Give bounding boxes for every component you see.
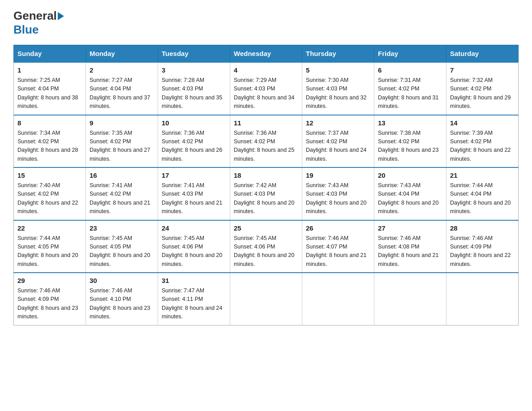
day-info: Sunrise: 7:47 AMSunset: 4:11 PMDaylight:… xyxy=(162,287,226,321)
day-number: 28 xyxy=(450,224,515,232)
day-info: Sunrise: 7:35 AMSunset: 4:02 PMDaylight:… xyxy=(90,129,154,164)
day-info: Sunrise: 7:46 AMSunset: 4:09 PMDaylight:… xyxy=(17,287,82,321)
week-row-2: 8Sunrise: 7:34 AMSunset: 4:02 PMDaylight… xyxy=(14,115,519,168)
logo-blue-text: Blue xyxy=(13,23,39,36)
day-cell: 27Sunrise: 7:46 AMSunset: 4:08 PMDayligh… xyxy=(374,220,446,273)
weekday-header-monday: Monday xyxy=(86,45,158,63)
week-row-4: 22Sunrise: 7:44 AMSunset: 4:05 PMDayligh… xyxy=(14,220,519,273)
day-cell: 25Sunrise: 7:45 AMSunset: 4:06 PMDayligh… xyxy=(230,220,302,273)
day-cell: 19Sunrise: 7:43 AMSunset: 4:03 PMDayligh… xyxy=(302,167,374,220)
day-cell: 3Sunrise: 7:28 AMSunset: 4:03 PMDaylight… xyxy=(158,62,230,115)
week-row-3: 15Sunrise: 7:40 AMSunset: 4:02 PMDayligh… xyxy=(14,167,519,220)
day-number: 24 xyxy=(162,224,226,232)
day-cell xyxy=(374,273,446,325)
day-info: Sunrise: 7:25 AMSunset: 4:04 PMDaylight:… xyxy=(17,76,82,111)
day-cell: 4Sunrise: 7:29 AMSunset: 4:03 PMDaylight… xyxy=(230,62,302,115)
day-number: 19 xyxy=(306,171,370,179)
day-cell: 24Sunrise: 7:45 AMSunset: 4:06 PMDayligh… xyxy=(158,220,230,273)
day-info: Sunrise: 7:28 AMSunset: 4:03 PMDaylight:… xyxy=(162,76,226,111)
day-number: 21 xyxy=(450,171,515,179)
day-number: 26 xyxy=(306,224,370,232)
day-info: Sunrise: 7:42 AMSunset: 4:03 PMDaylight:… xyxy=(234,181,298,216)
day-info: Sunrise: 7:40 AMSunset: 4:02 PMDaylight:… xyxy=(17,181,82,216)
header: General Blue xyxy=(13,9,519,37)
day-cell: 5Sunrise: 7:30 AMSunset: 4:03 PMDaylight… xyxy=(302,62,374,115)
day-number: 29 xyxy=(17,277,82,284)
day-cell xyxy=(230,273,302,325)
weekday-header-thursday: Thursday xyxy=(302,45,374,63)
day-info: Sunrise: 7:36 AMSunset: 4:02 PMDaylight:… xyxy=(234,129,298,164)
day-cell: 10Sunrise: 7:36 AMSunset: 4:02 PMDayligh… xyxy=(158,115,230,168)
day-cell: 11Sunrise: 7:36 AMSunset: 4:02 PMDayligh… xyxy=(230,115,302,168)
day-number: 12 xyxy=(306,119,370,127)
day-cell: 9Sunrise: 7:35 AMSunset: 4:02 PMDaylight… xyxy=(86,115,158,168)
day-info: Sunrise: 7:30 AMSunset: 4:03 PMDaylight:… xyxy=(306,76,370,111)
calendar-table: SundayMondayTuesdayWednesdayThursdayFrid… xyxy=(13,45,519,325)
day-info: Sunrise: 7:36 AMSunset: 4:02 PMDaylight:… xyxy=(162,129,226,164)
day-info: Sunrise: 7:39 AMSunset: 4:02 PMDaylight:… xyxy=(450,129,515,164)
day-cell: 16Sunrise: 7:41 AMSunset: 4:02 PMDayligh… xyxy=(86,167,158,220)
day-cell: 13Sunrise: 7:38 AMSunset: 4:02 PMDayligh… xyxy=(374,115,446,168)
day-info: Sunrise: 7:43 AMSunset: 4:04 PMDaylight:… xyxy=(378,181,442,216)
day-number: 3 xyxy=(162,66,226,74)
day-cell: 31Sunrise: 7:47 AMSunset: 4:11 PMDayligh… xyxy=(158,273,230,325)
day-number: 25 xyxy=(234,224,298,232)
day-number: 4 xyxy=(234,66,298,74)
week-row-5: 29Sunrise: 7:46 AMSunset: 4:09 PMDayligh… xyxy=(14,273,519,325)
day-cell: 22Sunrise: 7:44 AMSunset: 4:05 PMDayligh… xyxy=(14,220,86,273)
logo-triangle-icon xyxy=(58,12,64,20)
day-number: 2 xyxy=(90,66,154,74)
day-cell: 8Sunrise: 7:34 AMSunset: 4:02 PMDaylight… xyxy=(14,115,86,168)
day-number: 7 xyxy=(450,66,515,74)
weekday-header-wednesday: Wednesday xyxy=(230,45,302,63)
logo-general-text: General xyxy=(13,9,57,23)
day-info: Sunrise: 7:38 AMSunset: 4:02 PMDaylight:… xyxy=(378,129,442,164)
day-cell: 26Sunrise: 7:46 AMSunset: 4:07 PMDayligh… xyxy=(302,220,374,273)
weekday-header-row: SundayMondayTuesdayWednesdayThursdayFrid… xyxy=(14,45,519,63)
day-info: Sunrise: 7:45 AMSunset: 4:06 PMDaylight:… xyxy=(234,234,298,269)
day-info: Sunrise: 7:29 AMSunset: 4:03 PMDaylight:… xyxy=(234,76,298,111)
weekday-header-saturday: Saturday xyxy=(446,45,519,63)
day-number: 8 xyxy=(17,119,82,127)
day-cell: 1Sunrise: 7:25 AMSunset: 4:04 PMDaylight… xyxy=(14,62,86,115)
weekday-header-friday: Friday xyxy=(374,45,446,63)
day-cell: 30Sunrise: 7:46 AMSunset: 4:10 PMDayligh… xyxy=(86,273,158,325)
day-cell: 6Sunrise: 7:31 AMSunset: 4:02 PMDaylight… xyxy=(374,62,446,115)
weekday-header-sunday: Sunday xyxy=(14,45,86,63)
day-number: 27 xyxy=(378,224,442,232)
day-number: 17 xyxy=(162,171,226,179)
day-info: Sunrise: 7:31 AMSunset: 4:02 PMDaylight:… xyxy=(378,76,442,111)
day-number: 1 xyxy=(17,66,82,74)
day-number: 5 xyxy=(306,66,370,74)
day-info: Sunrise: 7:45 AMSunset: 4:05 PMDaylight:… xyxy=(90,234,154,269)
day-number: 16 xyxy=(90,171,154,179)
day-number: 31 xyxy=(162,277,226,284)
day-cell: 14Sunrise: 7:39 AMSunset: 4:02 PMDayligh… xyxy=(446,115,519,168)
day-info: Sunrise: 7:41 AMSunset: 4:03 PMDaylight:… xyxy=(162,181,226,216)
day-info: Sunrise: 7:37 AMSunset: 4:02 PMDaylight:… xyxy=(306,129,370,164)
logo: General Blue xyxy=(13,9,65,37)
day-cell: 15Sunrise: 7:40 AMSunset: 4:02 PMDayligh… xyxy=(14,167,86,220)
day-number: 30 xyxy=(90,277,154,284)
day-cell: 12Sunrise: 7:37 AMSunset: 4:02 PMDayligh… xyxy=(302,115,374,168)
day-info: Sunrise: 7:44 AMSunset: 4:04 PMDaylight:… xyxy=(450,181,515,216)
day-cell xyxy=(446,273,519,325)
day-cell: 21Sunrise: 7:44 AMSunset: 4:04 PMDayligh… xyxy=(446,167,519,220)
day-number: 15 xyxy=(17,171,82,179)
day-number: 20 xyxy=(378,171,442,179)
day-cell xyxy=(302,273,374,325)
day-info: Sunrise: 7:46 AMSunset: 4:08 PMDaylight:… xyxy=(378,234,442,269)
day-number: 6 xyxy=(378,66,442,74)
day-number: 14 xyxy=(450,119,515,127)
day-number: 22 xyxy=(17,224,82,232)
day-number: 11 xyxy=(234,119,298,127)
day-cell: 29Sunrise: 7:46 AMSunset: 4:09 PMDayligh… xyxy=(14,273,86,325)
day-cell: 20Sunrise: 7:43 AMSunset: 4:04 PMDayligh… xyxy=(374,167,446,220)
day-info: Sunrise: 7:46 AMSunset: 4:10 PMDaylight:… xyxy=(90,287,154,321)
day-info: Sunrise: 7:27 AMSunset: 4:04 PMDaylight:… xyxy=(90,76,154,111)
day-info: Sunrise: 7:44 AMSunset: 4:05 PMDaylight:… xyxy=(17,234,82,269)
day-cell: 17Sunrise: 7:41 AMSunset: 4:03 PMDayligh… xyxy=(158,167,230,220)
day-number: 23 xyxy=(90,224,154,232)
day-cell: 28Sunrise: 7:46 AMSunset: 4:09 PMDayligh… xyxy=(446,220,519,273)
day-info: Sunrise: 7:32 AMSunset: 4:02 PMDaylight:… xyxy=(450,76,515,111)
